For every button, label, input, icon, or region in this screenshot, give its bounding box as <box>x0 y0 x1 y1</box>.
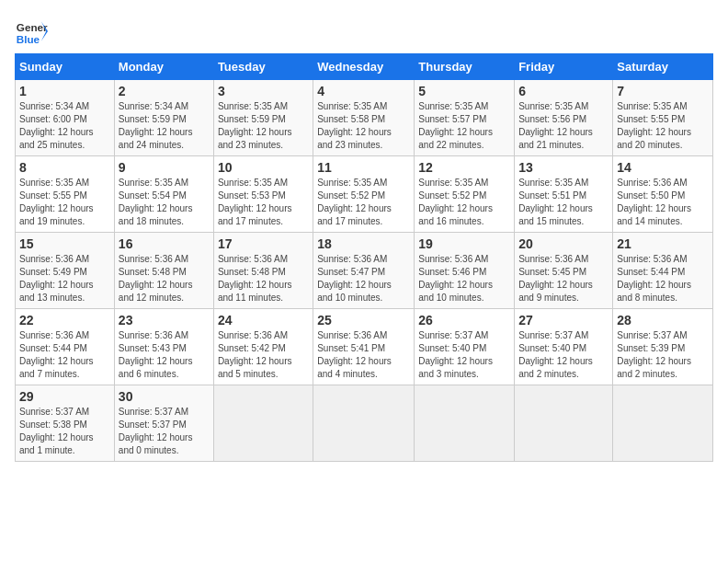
calendar-cell: 5Sunrise: 5:35 AM Sunset: 5:57 PM Daylig… <box>415 80 515 156</box>
calendar-cell: 19Sunrise: 5:36 AM Sunset: 5:46 PM Dayli… <box>415 233 515 309</box>
day-detail: Sunrise: 5:35 AM Sunset: 5:55 PM Dayligh… <box>19 177 110 228</box>
day-number: 22 <box>19 313 110 327</box>
day-number: 5 <box>418 84 510 98</box>
day-number: 14 <box>617 160 709 175</box>
calendar-cell: 7Sunrise: 5:35 AM Sunset: 5:55 PM Daylig… <box>613 80 713 156</box>
day-detail: Sunrise: 5:35 AM Sunset: 5:56 PM Dayligh… <box>518 100 609 152</box>
day-detail: Sunrise: 5:36 AM Sunset: 5:45 PM Dayligh… <box>518 253 609 304</box>
day-number: 3 <box>218 84 309 98</box>
page-header: General Blue <box>15 15 713 48</box>
calendar-cell <box>415 385 515 462</box>
day-detail: Sunrise: 5:37 AM Sunset: 5:39 PM Dayligh… <box>617 329 709 381</box>
svg-text:Blue: Blue <box>17 33 40 45</box>
column-header-sunday: Sunday <box>16 54 115 80</box>
day-detail: Sunrise: 5:35 AM Sunset: 5:53 PM Dayligh… <box>218 177 309 228</box>
calendar-cell: 26Sunrise: 5:37 AM Sunset: 5:40 PM Dayli… <box>415 309 515 385</box>
day-detail: Sunrise: 5:36 AM Sunset: 5:43 PM Dayligh… <box>119 329 210 381</box>
calendar-cell: 2Sunrise: 5:34 AM Sunset: 5:59 PM Daylig… <box>114 80 213 156</box>
calendar-cell: 24Sunrise: 5:36 AM Sunset: 5:42 PM Dayli… <box>213 309 313 385</box>
calendar-cell: 12Sunrise: 5:35 AM Sunset: 5:52 PM Dayli… <box>415 156 515 233</box>
calendar-cell <box>613 385 713 462</box>
day-detail: Sunrise: 5:37 AM Sunset: 5:40 PM Dayligh… <box>518 329 609 381</box>
day-number: 10 <box>218 160 309 175</box>
column-header-friday: Friday <box>515 54 613 80</box>
day-number: 17 <box>218 236 309 251</box>
day-number: 28 <box>617 313 709 327</box>
day-detail: Sunrise: 5:35 AM Sunset: 5:58 PM Dayligh… <box>317 100 410 152</box>
calendar-cell: 6Sunrise: 5:35 AM Sunset: 5:56 PM Daylig… <box>515 80 613 156</box>
logo-icon: General Blue <box>15 15 48 48</box>
day-detail: Sunrise: 5:36 AM Sunset: 5:41 PM Dayligh… <box>317 329 410 381</box>
day-detail: Sunrise: 5:36 AM Sunset: 5:48 PM Dayligh… <box>218 253 309 304</box>
calendar-cell: 8Sunrise: 5:35 AM Sunset: 5:55 PM Daylig… <box>16 156 115 233</box>
day-number: 29 <box>19 389 110 404</box>
calendar-cell: 27Sunrise: 5:37 AM Sunset: 5:40 PM Dayli… <box>515 309 613 385</box>
day-number: 7 <box>617 84 709 98</box>
day-number: 12 <box>418 160 510 175</box>
calendar-cell: 3Sunrise: 5:35 AM Sunset: 5:59 PM Daylig… <box>213 80 313 156</box>
day-detail: Sunrise: 5:37 AM Sunset: 5:37 PM Dayligh… <box>119 406 210 457</box>
calendar-cell: 18Sunrise: 5:36 AM Sunset: 5:47 PM Dayli… <box>313 233 415 309</box>
calendar-cell: 10Sunrise: 5:35 AM Sunset: 5:53 PM Dayli… <box>213 156 313 233</box>
day-number: 25 <box>317 313 410 327</box>
column-header-tuesday: Tuesday <box>213 54 313 80</box>
day-number: 26 <box>418 313 510 327</box>
day-detail: Sunrise: 5:34 AM Sunset: 5:59 PM Dayligh… <box>119 100 210 152</box>
column-header-monday: Monday <box>114 54 213 80</box>
day-number: 16 <box>119 236 210 251</box>
day-number: 30 <box>119 389 210 404</box>
day-number: 8 <box>19 160 110 175</box>
calendar-cell: 16Sunrise: 5:36 AM Sunset: 5:48 PM Dayli… <box>114 233 213 309</box>
calendar-cell: 25Sunrise: 5:36 AM Sunset: 5:41 PM Dayli… <box>313 309 415 385</box>
calendar-week-row: 15Sunrise: 5:36 AM Sunset: 5:49 PM Dayli… <box>16 233 713 309</box>
calendar-cell: 9Sunrise: 5:35 AM Sunset: 5:54 PM Daylig… <box>114 156 213 233</box>
calendar-cell: 22Sunrise: 5:36 AM Sunset: 5:44 PM Dayli… <box>16 309 115 385</box>
calendar-table: SundayMondayTuesdayWednesdayThursdayFrid… <box>15 53 713 462</box>
calendar-week-row: 29Sunrise: 5:37 AM Sunset: 5:38 PM Dayli… <box>16 385 713 462</box>
day-detail: Sunrise: 5:34 AM Sunset: 6:00 PM Dayligh… <box>19 100 110 152</box>
day-detail: Sunrise: 5:35 AM Sunset: 5:51 PM Dayligh… <box>518 177 609 228</box>
calendar-cell: 23Sunrise: 5:36 AM Sunset: 5:43 PM Dayli… <box>114 309 213 385</box>
logo: General Blue <box>15 15 48 48</box>
calendar-cell <box>213 385 313 462</box>
day-detail: Sunrise: 5:37 AM Sunset: 5:38 PM Dayligh… <box>19 406 110 457</box>
day-number: 11 <box>317 160 410 175</box>
day-number: 21 <box>617 236 709 251</box>
day-number: 20 <box>518 236 609 251</box>
day-detail: Sunrise: 5:36 AM Sunset: 5:48 PM Dayligh… <box>119 253 210 304</box>
calendar-cell <box>313 385 415 462</box>
calendar-cell: 11Sunrise: 5:35 AM Sunset: 5:52 PM Dayli… <box>313 156 415 233</box>
day-detail: Sunrise: 5:35 AM Sunset: 5:57 PM Dayligh… <box>418 100 510 152</box>
day-detail: Sunrise: 5:35 AM Sunset: 5:55 PM Dayligh… <box>617 100 709 152</box>
calendar-cell: 15Sunrise: 5:36 AM Sunset: 5:49 PM Dayli… <box>16 233 115 309</box>
day-detail: Sunrise: 5:35 AM Sunset: 5:52 PM Dayligh… <box>317 177 410 228</box>
column-header-thursday: Thursday <box>415 54 515 80</box>
day-detail: Sunrise: 5:36 AM Sunset: 5:44 PM Dayligh… <box>19 329 110 381</box>
day-detail: Sunrise: 5:36 AM Sunset: 5:50 PM Dayligh… <box>617 177 709 228</box>
day-detail: Sunrise: 5:36 AM Sunset: 5:46 PM Dayligh… <box>418 253 510 304</box>
calendar-header-row: SundayMondayTuesdayWednesdayThursdayFrid… <box>16 54 713 80</box>
calendar-week-row: 8Sunrise: 5:35 AM Sunset: 5:55 PM Daylig… <box>16 156 713 233</box>
day-number: 18 <box>317 236 410 251</box>
calendar-cell: 29Sunrise: 5:37 AM Sunset: 5:38 PM Dayli… <box>16 385 115 462</box>
day-detail: Sunrise: 5:36 AM Sunset: 5:42 PM Dayligh… <box>218 329 309 381</box>
day-detail: Sunrise: 5:36 AM Sunset: 5:47 PM Dayligh… <box>317 253 410 304</box>
day-number: 13 <box>518 160 609 175</box>
day-number: 24 <box>218 313 309 327</box>
calendar-cell: 13Sunrise: 5:35 AM Sunset: 5:51 PM Dayli… <box>515 156 613 233</box>
calendar-cell: 28Sunrise: 5:37 AM Sunset: 5:39 PM Dayli… <box>613 309 713 385</box>
day-number: 1 <box>19 84 110 98</box>
day-number: 4 <box>317 84 410 98</box>
svg-text:General: General <box>17 21 48 33</box>
calendar-cell: 21Sunrise: 5:36 AM Sunset: 5:44 PM Dayli… <box>613 233 713 309</box>
day-detail: Sunrise: 5:36 AM Sunset: 5:49 PM Dayligh… <box>19 253 110 304</box>
day-number: 2 <box>119 84 210 98</box>
day-number: 9 <box>119 160 210 175</box>
calendar-week-row: 1Sunrise: 5:34 AM Sunset: 6:00 PM Daylig… <box>16 80 713 156</box>
day-detail: Sunrise: 5:37 AM Sunset: 5:40 PM Dayligh… <box>418 329 510 381</box>
day-detail: Sunrise: 5:35 AM Sunset: 5:52 PM Dayligh… <box>418 177 510 228</box>
day-number: 6 <box>518 84 609 98</box>
calendar-cell: 4Sunrise: 5:35 AM Sunset: 5:58 PM Daylig… <box>313 80 415 156</box>
day-number: 19 <box>418 236 510 251</box>
day-detail: Sunrise: 5:36 AM Sunset: 5:44 PM Dayligh… <box>617 253 709 304</box>
